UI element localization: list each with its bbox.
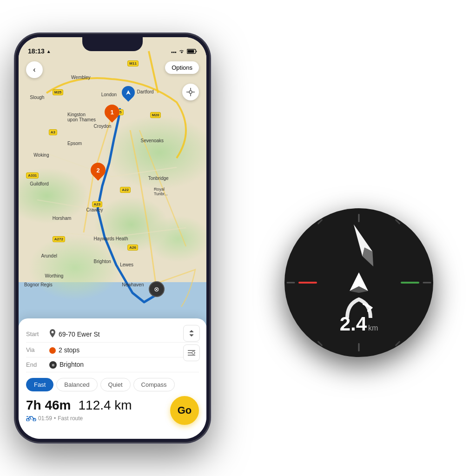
location-button[interactable] xyxy=(182,84,199,100)
route-sub-info: 01:59 • Fast route xyxy=(26,414,132,423)
compass-tick-tl xyxy=(317,219,323,225)
route-panel: Start 69-70 Ewer St Via 2 stops En xyxy=(19,318,206,439)
svg-point-15 xyxy=(192,351,195,354)
svg-point-16 xyxy=(52,331,54,333)
compass-widget: 2.4 km xyxy=(284,208,433,357)
route-end-row: End ⊗ Brighton xyxy=(26,357,199,372)
svg-marker-11 xyxy=(190,335,193,337)
tab-compass[interactable]: Compass xyxy=(133,378,175,391)
via-value: 2 stops xyxy=(59,346,79,354)
phone-notch xyxy=(82,37,143,51)
end-icon: ⊗ xyxy=(49,361,57,369)
compass-inner: 2.4 km xyxy=(284,208,433,357)
tab-balanced[interactable]: Balanced xyxy=(56,378,97,391)
go-button[interactable]: Go xyxy=(170,396,199,425)
route-distance: 112.4 km xyxy=(79,398,132,413)
back-button[interactable]: ‹ xyxy=(26,61,43,78)
nav-triangle xyxy=(350,272,368,293)
compass-tick-tr xyxy=(395,219,400,225)
status-icons: ▪▪▪ xyxy=(171,49,197,55)
map-view[interactable]: Wembley Slough Woking Epsom Guildford Ho… xyxy=(19,37,206,325)
route-duration: 7h 46m xyxy=(26,398,71,413)
status-time: 18:13 ▲ xyxy=(28,47,51,55)
compass-tick-top xyxy=(358,214,360,222)
bike-icon xyxy=(26,414,36,423)
svg-marker-2 xyxy=(126,90,131,95)
end-label: End xyxy=(26,361,49,368)
compass-distance-display: 2.4 km xyxy=(338,295,380,334)
options-button[interactable]: Options xyxy=(165,61,199,74)
svg-rect-1 xyxy=(188,50,194,53)
svg-point-3 xyxy=(189,91,192,93)
route-tabs: Fast Balanced Quiet Compass xyxy=(26,378,199,391)
compass-unit: km xyxy=(368,324,378,332)
route-via-row: Via 2 stops xyxy=(26,343,199,357)
end-marker: ⊗ xyxy=(149,281,165,297)
extra-time: 01:59 xyxy=(38,415,52,422)
wifi-icon xyxy=(178,49,185,55)
tab-fast[interactable]: Fast xyxy=(26,378,53,391)
start-label: Start xyxy=(26,331,49,337)
compass-tick-left xyxy=(287,282,295,284)
navigation-arrow-icon: ▲ xyxy=(46,49,51,54)
route-type: Fast route xyxy=(58,415,83,422)
via-marker: 2 xyxy=(91,163,106,178)
phone-screen: 18:13 ▲ ▪▪▪ xyxy=(19,37,206,439)
compass-tick-bl xyxy=(317,341,323,346)
route-summary: 7h 46m 112.4 km xyxy=(26,396,199,425)
map-background: Wembley Slough Woking Epsom Guildford Ho… xyxy=(19,37,206,325)
compass-tick-right xyxy=(423,282,431,284)
compass-right-indicator xyxy=(401,282,419,284)
start-value: 69-70 Ewer St xyxy=(59,331,100,338)
phone-frame: 18:13 ▲ ▪▪▪ xyxy=(15,33,210,443)
reorder-button[interactable] xyxy=(183,325,200,342)
tab-quiet[interactable]: Quiet xyxy=(100,378,131,391)
compass-needle xyxy=(341,218,386,272)
route-start-row: Start 69-70 Ewer St xyxy=(26,326,199,343)
via-icon xyxy=(49,346,56,353)
compass-distance-value: 2.4 xyxy=(340,314,367,334)
end-value: Brighton xyxy=(60,361,84,368)
battery-icon xyxy=(187,49,197,55)
signal-icon: ▪▪▪ xyxy=(171,49,177,55)
compass-tick-bottom xyxy=(358,343,360,351)
via-label: Via xyxy=(26,346,49,353)
start-icon xyxy=(49,329,56,339)
compass-tick-br xyxy=(395,341,400,346)
nav-marker xyxy=(122,86,135,99)
route-controls xyxy=(183,325,200,361)
start-marker: 1 xyxy=(105,105,119,119)
compass-left-indicator xyxy=(298,282,317,284)
svg-marker-9 xyxy=(190,330,193,332)
route-summary-left: 7h 46m 112.4 km xyxy=(26,398,132,423)
menu-button[interactable] xyxy=(183,344,200,361)
